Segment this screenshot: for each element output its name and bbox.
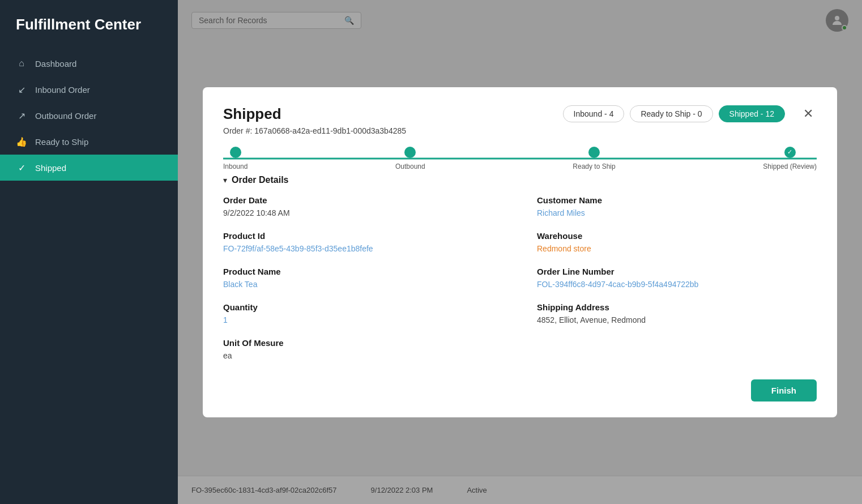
step-ready-to-ship: Ready to Ship (573, 147, 615, 170)
field-order-line-number-value: FOL-394ff6c8-4d97-4cac-b9b9-5f4a494722bb (537, 280, 817, 289)
sidebar-item-outbound-order[interactable]: ↗ Outbound Order (0, 102, 178, 129)
field-order-date: Order Date 9/2/2022 10:48 AM (223, 195, 503, 217)
sidebar-item-inbound-order[interactable]: ↙ Inbound Order (0, 76, 178, 102)
field-order-line-number-label: Order Line Number (537, 267, 817, 276)
step-ready-circle (588, 147, 600, 158)
badge-ready-to-ship[interactable]: Ready to Ship - 0 (630, 105, 712, 122)
sidebar-nav: ⌂ Dashboard ↙ Inbound Order ↗ Outbound O… (0, 50, 178, 181)
step-shipped-label: Shipped (Review) (763, 163, 817, 170)
sidebar-item-shipped-label: Shipped (35, 163, 66, 173)
badge-inbound[interactable]: Inbound - 4 (563, 105, 625, 122)
field-unit-of-measure-label: Unit Of Mesure (223, 338, 503, 348)
stepper: Inbound Outbound Ready to Ship ✓ Shi (223, 147, 817, 170)
step-shipped-review: ✓ Shipped (Review) (763, 147, 817, 170)
chevron-down-icon: ▾ (223, 176, 227, 185)
step-outbound-circle (404, 147, 416, 158)
sidebar-item-outbound-label: Outbound Order (35, 111, 96, 121)
outbound-icon: ↗ (16, 110, 27, 121)
thumbsup-icon: 👍 (16, 136, 27, 147)
inbound-icon: ↙ (16, 84, 27, 95)
modal-overlay: Shipped Inbound - 4 Ready to Ship - 0 Sh… (178, 0, 862, 504)
step-shipped-circle: ✓ (784, 147, 796, 158)
field-quantity-value: 1 (223, 315, 503, 324)
field-quantity-label: Quantity (223, 302, 503, 312)
field-customer-name-value[interactable]: Richard Miles (537, 208, 817, 217)
field-warehouse: Warehouse Redmond store (537, 231, 817, 253)
app-title: Fulfillment Center (0, 0, 178, 45)
step-inbound-circle (230, 147, 241, 158)
order-number-label: Order #: (223, 126, 252, 135)
modal-footer: Finish (223, 379, 817, 402)
field-product-name-value[interactable]: Black Tea (223, 280, 503, 289)
sidebar-item-inbound-label: Inbound Order (35, 85, 90, 95)
modal-badges: Inbound - 4 Ready to Ship - 0 Shipped - … (563, 105, 785, 122)
details-grid: Order Date 9/2/2022 10:48 AM Product Id … (223, 195, 817, 374)
step-inbound-label: Inbound (223, 163, 247, 170)
field-shipping-address-label: Shipping Address (537, 302, 817, 312)
sidebar: Fulfillment Center ⌂ Dashboard ↙ Inbound… (0, 0, 178, 504)
details-right-column: Customer Name Richard Miles Warehouse Re… (537, 195, 817, 374)
field-quantity: Quantity 1 (223, 302, 503, 324)
field-unit-of-measure-value: ea (223, 351, 503, 360)
field-customer-name: Customer Name Richard Miles (537, 195, 817, 217)
order-number-value: 167a0668-a42a-ed11-9db1-000d3a3b4285 (254, 126, 406, 135)
sidebar-item-ready-label: Ready to Ship (35, 137, 88, 147)
order-details-toggle[interactable]: ▾ Order Details (223, 175, 817, 185)
field-shipping-address-value: 4852, Elliot, Avenue, Redmond (537, 315, 817, 324)
order-details-label: Order Details (232, 175, 288, 185)
field-product-id: Product Id FO-72f9f/af-58e5-43b9-85f3-d3… (223, 231, 503, 253)
stepper-steps: Inbound Outbound Ready to Ship ✓ Shi (223, 147, 817, 170)
step-ready-label: Ready to Ship (573, 163, 615, 170)
field-order-date-label: Order Date (223, 195, 503, 205)
shipped-checkmark-icon: ✓ (16, 162, 27, 173)
finish-button[interactable]: Finish (751, 379, 817, 402)
field-product-name-label: Product Name (223, 267, 503, 276)
step-inbound: Inbound (223, 147, 247, 170)
field-customer-name-label: Customer Name (537, 195, 817, 205)
details-left-column: Order Date 9/2/2022 10:48 AM Product Id … (223, 195, 503, 374)
step-outbound: Outbound (395, 147, 425, 170)
step-outbound-label: Outbound (395, 163, 425, 170)
sidebar-item-dashboard-label: Dashboard (35, 59, 76, 69)
field-warehouse-label: Warehouse (537, 231, 817, 241)
field-unit-of-measure: Unit Of Mesure ea (223, 338, 503, 360)
field-order-date-value: 9/2/2022 10:48 AM (223, 208, 503, 217)
sidebar-item-ready-to-ship[interactable]: 👍 Ready to Ship (0, 129, 178, 155)
field-product-id-value[interactable]: FO-72f9f/af-58e5-43b9-85f3-d35ee1b8fefe (223, 244, 503, 253)
modal: Shipped Inbound - 4 Ready to Ship - 0 Sh… (203, 87, 837, 417)
field-order-line-number: Order Line Number FOL-394ff6c8-4d97-4cac… (537, 267, 817, 289)
modal-title: Shipped (223, 105, 281, 123)
sidebar-item-dashboard[interactable]: ⌂ Dashboard (0, 50, 178, 76)
main-area: 🔍 Shipped Inbound - 4 Ready to Ship - 0 … (178, 0, 862, 504)
home-icon: ⌂ (16, 58, 27, 69)
modal-close-button[interactable]: ✕ (800, 106, 817, 121)
field-warehouse-value: Redmond store (537, 244, 817, 253)
field-product-id-label: Product Id (223, 231, 503, 241)
sidebar-item-shipped[interactable]: ✓ Shipped (0, 155, 178, 181)
field-shipping-address: Shipping Address 4852, Elliot, Avenue, R… (537, 302, 817, 324)
stepper-track: Inbound Outbound Ready to Ship ✓ Shi (223, 147, 817, 170)
modal-header: Shipped Inbound - 4 Ready to Ship - 0 Sh… (223, 105, 817, 123)
order-number: Order #: 167a0668-a42a-ed11-9db1-000d3a3… (223, 126, 817, 135)
field-product-name: Product Name Black Tea (223, 267, 503, 289)
badge-shipped[interactable]: Shipped - 12 (719, 105, 785, 122)
